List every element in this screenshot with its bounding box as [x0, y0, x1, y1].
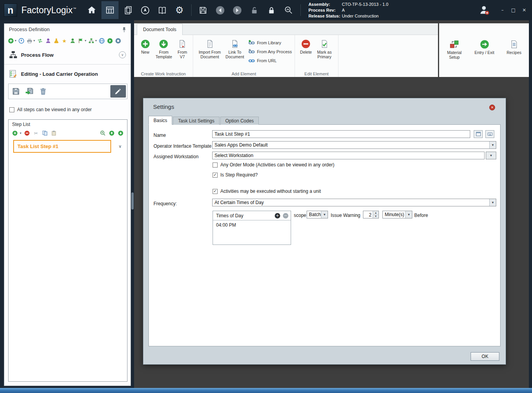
import-operation-button[interactable] — [23, 85, 36, 98]
pin-icon[interactable] — [122, 27, 127, 33]
recipes-button[interactable]: Recipes — [503, 37, 525, 55]
process-editor-button[interactable] — [101, 1, 119, 19]
unlock-button[interactable] — [249, 4, 260, 16]
new-icon — [140, 38, 150, 50]
any-order-mode-checkbox[interactable]: ✓ — [213, 162, 218, 168]
template-dropdown[interactable]: Sales Apps Demo Default ▼ — [212, 141, 496, 149]
forward-button[interactable] — [232, 4, 243, 16]
mark-as-primary-button[interactable]: Mark as Primary — [314, 37, 334, 59]
dropdown-arrow-icon[interactable]: ▼ — [405, 211, 412, 218]
link-to-document-button[interactable]: Link To Document — [224, 37, 246, 59]
cut-icon[interactable]: ✂ — [33, 130, 39, 136]
warning-value-spinner[interactable]: 2 ▲ ▼ — [363, 211, 379, 218]
remove-time-button[interactable]: − — [283, 213, 288, 218]
name-editor-button[interactable] — [474, 130, 483, 138]
sync-icon[interactable] — [37, 38, 43, 44]
chevron-down-icon[interactable]: ▾ — [15, 39, 16, 42]
move-up-icon[interactable] — [108, 130, 115, 136]
globe-icon[interactable] — [98, 38, 105, 44]
star-icon[interactable]: ★ — [61, 38, 68, 44]
minimize-button[interactable]: – — [499, 8, 506, 12]
material-setup-button[interactable]: Material Setup — [443, 37, 466, 59]
delete-operation-button[interactable] — [37, 85, 49, 98]
move-down-icon[interactable] — [117, 130, 124, 136]
close-button[interactable]: ✕ — [521, 8, 527, 12]
home-button[interactable] — [86, 4, 98, 16]
from-v7-button[interactable]: From V7 — [176, 37, 189, 59]
warning-value[interactable]: 2 — [363, 211, 373, 218]
flag-icon[interactable] — [77, 38, 84, 44]
entry-exit-button[interactable]: Entry / Exit — [471, 37, 498, 55]
save-operation-button[interactable] — [10, 85, 22, 98]
name-keyboard-button[interactable] — [485, 130, 494, 138]
any-order-checkbox[interactable]: ✓ — [9, 107, 14, 112]
chevron-down-icon[interactable]: ▾ — [33, 39, 35, 42]
add-icon[interactable] — [7, 38, 14, 44]
new-button[interactable]: New — [139, 37, 152, 54]
dropdown-arrow-icon[interactable]: ▼ — [489, 199, 496, 206]
start-icon[interactable] — [106, 38, 113, 44]
audit-button[interactable] — [283, 4, 295, 16]
documents-button[interactable] — [122, 4, 134, 16]
chevron-down-icon[interactable]: ▾ — [20, 132, 21, 135]
delete-element-button[interactable]: Delete — [300, 37, 312, 54]
tab-basics[interactable]: Basics — [148, 116, 172, 125]
tab-option-codes[interactable]: Option Codes — [220, 117, 259, 125]
library-button[interactable] — [157, 4, 168, 16]
panel-splitter-handle[interactable] — [131, 192, 134, 210]
add-step-icon[interactable] — [12, 130, 18, 136]
copy-icon[interactable] — [42, 130, 48, 136]
warning-unit-dropdown[interactable]: Minute(s) ▼ — [382, 211, 412, 218]
scope-dropdown[interactable]: Batch ▼ — [307, 211, 328, 218]
edit-mode-toggle[interactable] — [110, 85, 126, 98]
name-input[interactable] — [212, 130, 470, 138]
frequency-dropdown[interactable]: At Certain Times of Day ▼ — [212, 199, 496, 206]
maximize-button[interactable]: □ — [510, 8, 516, 12]
dropdown-arrow-icon[interactable]: ▼ — [321, 211, 328, 218]
step-required-checkbox[interactable]: ✓ — [213, 173, 218, 178]
collapse-section-button[interactable]: ∨ — [119, 51, 126, 58]
tab-task-list-settings[interactable]: Task List Settings — [173, 117, 219, 125]
spinner-down-button[interactable]: ▼ — [373, 215, 379, 218]
settings-button[interactable]: ⚙ — [174, 4, 185, 16]
from-any-process-button[interactable]: From Any Process — [248, 48, 292, 56]
spinner-up-button[interactable]: ▲ — [373, 211, 379, 215]
activities-checkbox[interactable]: ✓ — [213, 189, 218, 194]
lock-button[interactable] — [266, 4, 277, 16]
user-account-button[interactable] — [478, 4, 490, 16]
save-button[interactable] — [197, 4, 209, 16]
import-from-document-button[interactable]: Import From Document — [198, 37, 222, 59]
sitemap-icon[interactable] — [88, 38, 94, 44]
export-user-icon[interactable] — [45, 38, 51, 44]
add-time-button[interactable]: + — [275, 213, 280, 218]
chevron-down-icon[interactable]: ▾ — [85, 39, 86, 42]
tab-document-tools[interactable]: Document Tools — [137, 24, 183, 35]
from-library-button[interactable]: From Library — [248, 39, 292, 47]
compass-icon[interactable] — [18, 38, 24, 44]
process-flow-row[interactable]: Process Flow ∨ — [9, 49, 126, 60]
ok-button[interactable]: OK — [471, 352, 499, 361]
dialog-close-button[interactable]: ✕ — [489, 105, 495, 110]
paste-icon[interactable] — [51, 130, 57, 136]
time-list-item[interactable]: 04:00 PM — [213, 220, 291, 230]
navigate-button[interactable] — [140, 4, 151, 16]
from-url-button[interactable]: From URL — [248, 57, 292, 65]
user-icon[interactable] — [69, 38, 76, 44]
titlebar-separator — [191, 4, 192, 16]
beaker-icon[interactable] — [53, 38, 59, 44]
zoom-icon[interactable] — [99, 130, 106, 136]
release-status-label: Release Status: — [309, 13, 342, 19]
chevron-down-icon[interactable]: ▾ — [95, 39, 97, 42]
from-template-button[interactable]: From Template — [154, 37, 173, 59]
step-item[interactable]: Task List Step #1 — [13, 140, 111, 153]
user-logout-icon — [478, 4, 490, 16]
dropdown-arrow-icon[interactable]: ▼ — [489, 141, 496, 148]
remove-step-icon[interactable] — [24, 130, 30, 136]
close-icon: ✕ — [491, 106, 494, 109]
printer-icon[interactable] — [26, 38, 33, 44]
step-expand-chevron[interactable]: ∨ — [119, 144, 122, 148]
workstation-combo[interactable]: Select Workstation — [212, 152, 485, 159]
stop-icon[interactable] — [115, 38, 121, 44]
workstation-dropdown-button[interactable]: ▼ — [486, 152, 496, 159]
back-button[interactable] — [215, 4, 226, 16]
